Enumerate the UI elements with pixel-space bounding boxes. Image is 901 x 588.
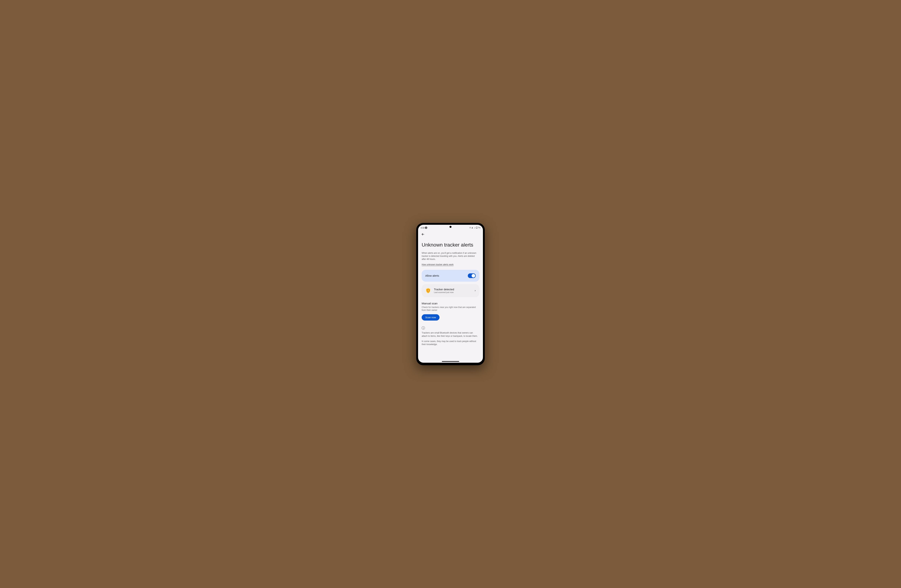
svg-point-4	[428, 291, 428, 292]
info-paragraph-1: Trackers are small Bluetooth devices tha…	[422, 331, 479, 338]
status-time: 3:33	[421, 227, 424, 229]
tracker-detected-subtitle: Last scanned just now	[434, 291, 472, 293]
battery-percent: 7%	[478, 227, 480, 229]
status-right: 7%	[469, 227, 480, 229]
wifi-bar-icon	[471, 227, 473, 229]
tracker-detected-card[interactable]: Tracker detected Last scanned just now	[422, 284, 479, 297]
back-button[interactable]	[421, 232, 425, 236]
allow-alerts-card: Allow alerts	[422, 270, 479, 282]
allow-alerts-toggle[interactable]	[468, 274, 476, 278]
how-it-works-link[interactable]: How unknown tracker alerts work	[422, 263, 454, 266]
info-paragraph-2: In some cases, they may be used to track…	[422, 340, 479, 346]
tracker-detected-title: Tracker detected	[434, 288, 472, 291]
content-area: Unknown tracker alerts When alerts are o…	[418, 237, 483, 363]
front-camera-hole	[450, 226, 452, 228]
phone-frame: 3:33 5 7%	[416, 223, 485, 365]
page-description: When alerts are on, you'll get a notific…	[422, 252, 479, 261]
signal-icon	[474, 227, 476, 229]
gesture-nav-handle[interactable]	[442, 361, 459, 362]
svg-rect-5	[428, 289, 429, 291]
notification-count-badge: 5	[425, 227, 427, 229]
status-left: 3:33 5	[421, 227, 427, 229]
scan-now-button[interactable]: Scan now	[422, 314, 440, 320]
alarm-icon	[469, 227, 471, 229]
chevron-right-icon	[474, 289, 476, 292]
manual-scan-title: Manual scan	[422, 302, 479, 305]
manual-scan-subtitle: Check for trackers near you right now th…	[422, 306, 479, 312]
tracker-detected-text: Tracker detected Last scanned just now	[434, 288, 472, 293]
allow-alerts-label: Allow alerts	[425, 274, 439, 277]
info-icon: i	[422, 326, 425, 330]
battery-icon	[476, 227, 477, 229]
app-bar	[418, 230, 483, 237]
page-title: Unknown tracker alerts	[422, 242, 479, 248]
shield-alert-icon	[425, 288, 432, 294]
screen: 3:33 5 7%	[418, 225, 483, 363]
svg-rect-3	[477, 228, 477, 229]
